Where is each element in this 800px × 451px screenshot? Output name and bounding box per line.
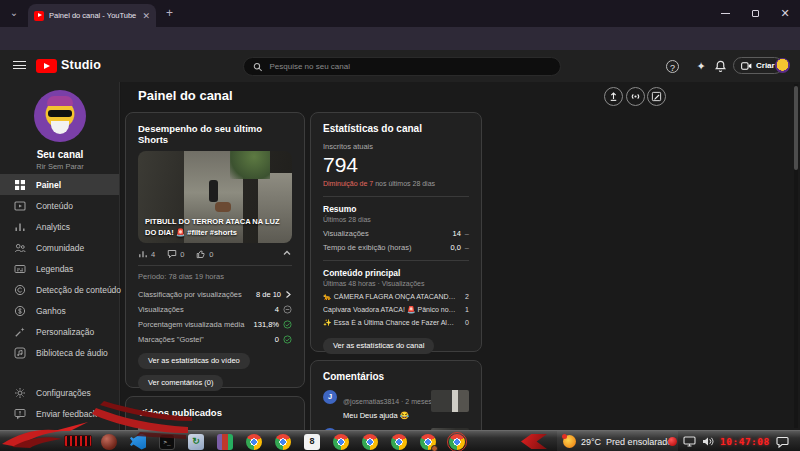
taskbar-sync-icon[interactable]: ↻ xyxy=(188,434,204,450)
top-content-row[interactable]: 🐆 CÂMERA FLAGRA ONÇA ATACANDO GATO! 🚨 #f… xyxy=(323,290,469,303)
create-camera-icon xyxy=(741,61,752,71)
top-content-row[interactable]: ✨ Essa É a Última Chance de Fazer Algo S… xyxy=(323,316,469,329)
flat-trend-icon: – xyxy=(465,229,469,238)
latest-short-title: Desempenho do seu último Shorts xyxy=(138,123,292,145)
subscribers-delta: Diminuição de 7 nos últimos 28 dias xyxy=(323,180,469,187)
taskbar: >_ ↻ 8 29°C Pred ensolarado 10:47:08 xyxy=(0,430,800,451)
audio-library-icon xyxy=(14,347,26,359)
window-minimize-button[interactable] xyxy=(710,0,740,27)
sidebar-item-analytics[interactable]: Analytics xyxy=(0,216,119,237)
sidebar-item-comunidade[interactable]: Comunidade xyxy=(0,237,119,258)
channel-avatar-small[interactable] xyxy=(775,58,790,73)
commenter-avatar: J xyxy=(323,390,337,404)
video-stats-button[interactable]: Ver as estatísticas do vídeo xyxy=(138,353,250,369)
avatar-beard xyxy=(51,121,69,134)
scrollbar-thumb[interactable] xyxy=(794,86,798,170)
summary-row: Tempo de exibição (horas) 0,0– xyxy=(323,240,469,254)
taskbar-game-icon[interactable] xyxy=(101,434,117,450)
taskbar-terminal-icon[interactable]: >_ xyxy=(159,434,175,450)
channel-name: Rir Sem Parar xyxy=(0,162,120,171)
video-comments-button[interactable]: Ver comentários (0) xyxy=(138,375,223,391)
taskbar-weather-widget[interactable]: 29°C Pred ensolarado xyxy=(557,431,678,451)
sidebar-item-painel[interactable]: Painel xyxy=(0,174,119,195)
comment-item[interactable]: J @josematias3814 · 2 meses atrás Meu De… xyxy=(323,390,469,420)
youtube-favicon-icon xyxy=(34,11,44,21)
edit-button[interactable] xyxy=(647,87,666,106)
sidebar-item-configuracoes[interactable]: Configurações xyxy=(0,382,119,403)
comment-icon xyxy=(167,249,177,259)
taskbar-chrome-icon[interactable] xyxy=(246,434,262,450)
thumbs-up-icon xyxy=(196,249,206,259)
tray-volume-icon[interactable] xyxy=(702,436,714,447)
sidebar-item-ganhos[interactable]: Ganhos xyxy=(0,300,119,321)
sidebar-item-conteudo[interactable]: Conteúdo xyxy=(0,195,119,216)
window-restore-button[interactable] xyxy=(740,0,770,27)
comment-video-thumbnail xyxy=(431,390,469,412)
subscribers-label: Inscritos atuais xyxy=(323,142,469,151)
short-thumbnail[interactable]: PITBULL DO TERROR ATACA NA LUZ DO DIA! 🚨… xyxy=(138,151,292,243)
feedback-icon xyxy=(14,408,26,420)
window-close-button[interactable]: ✕ xyxy=(770,0,800,27)
metric-row[interactable]: Classificação por visualizações 8 de 10 xyxy=(138,287,292,302)
page-scrollbar[interactable] xyxy=(794,84,798,428)
latest-short-card: Desempenho do seu último Shorts PITBULL … xyxy=(125,112,305,388)
taskbar-chrome-profile-icon[interactable] xyxy=(420,434,436,450)
published-videos-title: Vídeos publicados xyxy=(138,407,292,418)
views-stat: 4 xyxy=(138,249,155,259)
notification-bubble-icon[interactable] xyxy=(776,436,789,448)
taskbar-vscode-icon[interactable] xyxy=(130,434,146,450)
tray-app-icon[interactable] xyxy=(668,437,677,446)
browser-tab[interactable]: Painel do canal - YouTube Studio ✕ xyxy=(28,4,156,27)
subscribers-count: 794 xyxy=(323,153,469,177)
community-icon xyxy=(14,242,26,254)
taskbar-chrome-icon[interactable] xyxy=(333,434,349,450)
sparkle-icon[interactable]: ✦ xyxy=(693,58,709,74)
taskbar-winrar-icon[interactable] xyxy=(217,434,233,450)
settings-gear-icon xyxy=(14,387,26,399)
metric-row: Visualizações 4 xyxy=(138,302,292,317)
top-content-row[interactable]: Capivara Voadora ATACA! 🚨 Pânico no Pant… xyxy=(323,303,469,316)
taskbar-chrome-active-icon[interactable] xyxy=(449,434,465,450)
short-quick-stats: 4 0 0 xyxy=(138,249,292,259)
sidebar-item-deteccao[interactable]: Detecção de conteúdo xyxy=(0,279,119,300)
help-icon[interactable]: ? xyxy=(666,60,679,73)
new-tab-button[interactable]: + xyxy=(166,7,173,19)
analytics-icon xyxy=(14,221,26,233)
upload-video-button[interactable] xyxy=(604,87,623,106)
go-live-button[interactable] xyxy=(626,87,645,106)
sidebar-item-biblioteca[interactable]: Biblioteca de áudio xyxy=(0,342,119,363)
rog-led-display xyxy=(64,435,92,447)
avatar-sunglasses xyxy=(48,110,72,117)
taskbar-8ball-icon[interactable]: 8 xyxy=(304,434,320,450)
browser-toolbar: ← → ↻ studio.youtube.com/channel/UCqZAaP… xyxy=(0,27,800,50)
period-label: Período: 78 dias 19 horas xyxy=(138,272,292,281)
browser-tab-bar: ⌄ Painel do canal - YouTube Studio ✕ + ✕ xyxy=(0,0,800,27)
tray-display-icon[interactable] xyxy=(683,436,696,447)
sidebar-item-legendas[interactable]: Legendas xyxy=(0,258,119,279)
hamburger-menu-icon[interactable] xyxy=(13,61,26,72)
taskbar-clock[interactable]: 10:47:08 xyxy=(720,436,770,447)
studio-brand[interactable]: Studio xyxy=(61,58,101,72)
dashboard-icon xyxy=(14,179,26,191)
search-icon xyxy=(253,62,262,72)
content-icon xyxy=(14,200,26,212)
taskbar-chrome-icon[interactable] xyxy=(362,434,378,450)
taskbar-chrome-icon[interactable] xyxy=(391,434,407,450)
weather-temp: 29°C xyxy=(581,437,601,447)
summary-row: Visualizações 14– xyxy=(323,226,469,240)
channel-avatar[interactable] xyxy=(34,90,86,142)
collapse-chevron-icon[interactable] xyxy=(282,249,292,259)
taskbar-chrome-icon[interactable] xyxy=(275,434,291,450)
studio-search[interactable] xyxy=(243,57,561,76)
comments-stat: 0 xyxy=(167,249,184,259)
sidebar-item-personalizacao[interactable]: Personalização xyxy=(0,321,119,342)
search-input[interactable] xyxy=(269,62,551,71)
good-status-check-icon xyxy=(283,320,292,329)
channel-stats-button[interactable]: Ver as estatísticas do canal xyxy=(323,338,434,354)
tab-search-caret-icon[interactable]: ⌄ xyxy=(6,6,22,22)
notifications-bell-icon[interactable] xyxy=(712,59,728,75)
youtube-logo-icon[interactable] xyxy=(36,59,57,73)
neutral-status-icon xyxy=(283,305,292,314)
tab-close-icon[interactable]: ✕ xyxy=(142,11,150,21)
sidebar-item-enviar-feedback[interactable]: Enviar feedback xyxy=(0,403,119,424)
